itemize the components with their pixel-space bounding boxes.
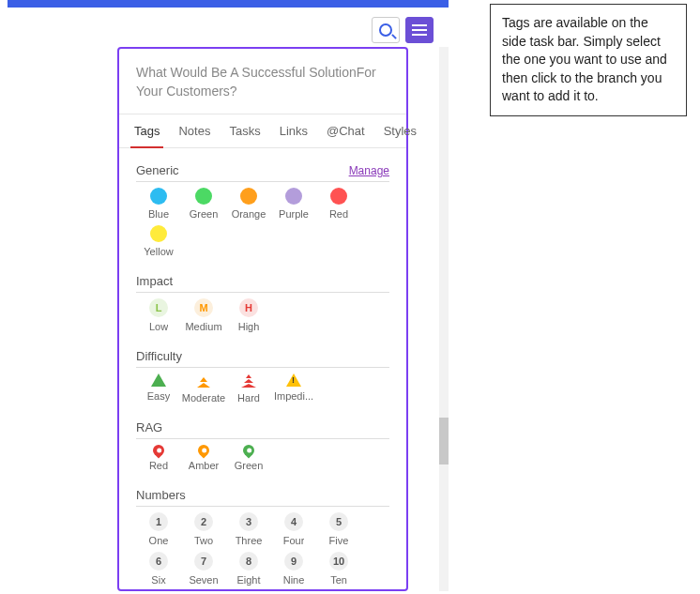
tag-number-10[interactable]: 10Ten [316,552,361,586]
tag-label: Five [329,535,349,546]
number-circle-icon: 2 [194,512,213,531]
tag-difficulty-0[interactable]: Easy [136,373,181,404]
color-dot-icon [150,225,167,242]
tag-generic-blue[interactable]: Blue [136,188,181,220]
number-circle-icon: 7 [194,552,213,571]
menu-button[interactable] [405,17,434,43]
tag-label: Orange [232,208,266,220]
group-title-numbers: Numbers [136,488,186,502]
pin-icon [241,443,257,459]
tag-number-6[interactable]: 6Six [136,552,181,586]
top-toolbar [372,17,434,43]
number-circle-icon: 1 [149,512,168,531]
tag-rag-red[interactable]: Red [136,445,181,471]
tag-label: Impedi... [274,390,313,402]
number-circle-icon: 3 [239,512,258,531]
tag-difficulty-1[interactable]: Moderate [181,373,226,404]
tag-label: Green [190,208,219,220]
scrollbar-thumb[interactable] [439,418,449,465]
tag-rag-amber[interactable]: Amber [181,445,226,471]
tag-number-4[interactable]: 4Four [271,512,316,546]
tag-label: Easy [147,390,170,402]
tag-label: Four [283,535,305,546]
tag-label: Seven [189,574,218,586]
tag-number-7[interactable]: 7Seven [181,552,226,586]
color-dot-icon [285,188,302,205]
tag-label: Medium [185,321,221,332]
tag-label: Ten [330,574,347,586]
tag-label: Yellow [144,246,173,257]
panel-body: Generic Manage BlueGreenOrangePurpleRedY… [119,148,406,594]
tag-difficulty-3[interactable]: Impedi... [271,373,316,404]
color-dot-icon [195,188,212,205]
side-panel: What Would Be A Successful SolutionFor Y… [117,47,408,591]
tag-label: Blue [148,208,169,220]
tag-number-5[interactable]: 5Five [316,512,361,546]
tag-label: Low [149,321,168,332]
tag-label: Red [329,208,348,220]
tag-number-1[interactable]: 1One [136,512,181,546]
tab-links[interactable]: Links [270,114,317,147]
tag-label: High [238,321,260,332]
tab-chat[interactable]: @Chat [317,114,374,147]
tag-number-9[interactable]: 9Nine [271,552,316,586]
tag-difficulty-2[interactable]: Hard [226,373,271,404]
search-button[interactable] [372,17,400,43]
tag-label: Moderate [182,392,225,404]
triangle-stack-icon [195,373,212,388]
group-title-rag: RAG [136,420,162,434]
tag-number-3[interactable]: 3Three [226,512,271,546]
scrollbar-track [439,47,449,591]
impact-badge-icon: L [149,298,168,317]
triangle-icon [151,373,166,387]
tag-impact-medium[interactable]: MMedium [181,298,226,332]
tab-tags[interactable]: Tags [125,114,169,147]
tag-generic-red[interactable]: Red [316,188,361,220]
tag-label: Three [236,535,263,546]
tag-label: Two [194,535,213,546]
color-dot-icon [150,188,167,205]
manage-link[interactable]: Manage [349,164,389,177]
tag-label: Hard [237,392,260,404]
tag-label: Amber [189,460,219,471]
warning-icon [286,373,301,387]
tab-styles[interactable]: Styles [374,114,426,147]
group-generic: Generic Manage BlueGreenOrangePurpleRedY… [136,158,389,263]
tab-tasks[interactable]: Tasks [220,114,269,147]
tag-impact-low[interactable]: LLow [136,298,181,332]
search-icon [379,23,392,37]
group-rag: RAG RedAmberGreen [136,415,389,477]
tag-number-2[interactable]: 2Two [181,512,226,546]
group-difficulty: Difficulty EasyModerateHardImpedi... [136,343,389,409]
number-circle-icon: 9 [284,552,303,571]
group-numbers: Numbers 1One2Two3Three4Four5Five6Six7Sev… [136,482,389,591]
tag-generic-orange[interactable]: Orange [226,188,271,220]
instruction-callout: Tags are available on the side task bar.… [490,4,687,116]
tag-label: Six [151,574,165,586]
group-title-difficulty: Difficulty [136,349,182,363]
triangle-stack-icon [240,373,257,388]
tag-label: Purple [279,208,309,220]
number-circle-icon: 4 [284,512,303,531]
tag-label: One [149,535,169,546]
tag-generic-yellow[interactable]: Yellow [136,225,181,257]
color-dot-icon [240,188,257,205]
tag-generic-green[interactable]: Green [181,188,226,220]
tag-generic-purple[interactable]: Purple [271,188,316,220]
pin-icon [196,443,212,459]
number-circle-icon: 10 [329,552,348,571]
tag-number-8[interactable]: 8Eight [226,552,271,586]
tab-notes[interactable]: Notes [169,114,220,147]
top-accent-bar [8,0,449,8]
tag-rag-green[interactable]: Green [226,445,271,471]
group-title-impact: Impact [136,274,173,288]
group-title-generic: Generic [136,163,179,177]
panel-tabs: Tags Notes Tasks Links @Chat Styles [119,114,406,148]
panel-title: What Would Be A Successful SolutionFor Y… [119,49,406,114]
tag-label: Green [235,460,264,471]
number-circle-icon: 5 [329,512,348,531]
number-circle-icon: 8 [239,552,258,571]
tag-impact-high[interactable]: HHigh [226,298,271,332]
pin-icon [151,443,167,459]
impact-badge-icon: H [239,298,258,317]
